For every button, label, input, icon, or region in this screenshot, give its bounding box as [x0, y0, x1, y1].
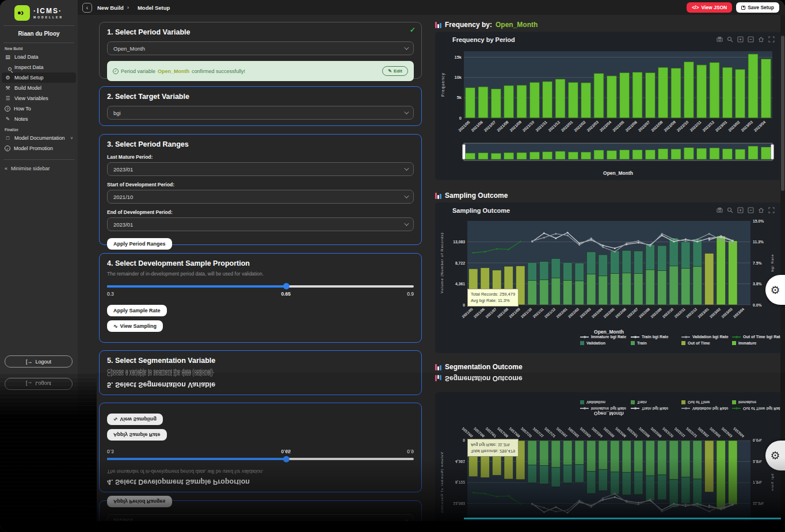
sample-proportion-slider[interactable]	[107, 284, 414, 289]
step5-subtitle: Choose a variable to segment the data (o…	[107, 368, 414, 373]
icms-logo-icon: ›	[14, 5, 30, 21]
back-button[interactable]: ‹	[82, 3, 92, 13]
zoom-icon[interactable]	[727, 207, 733, 213]
svg-text:2022/10: 2022/10	[676, 120, 689, 132]
svg-text:2021/06: 2021/06	[473, 307, 486, 319]
legend-immature-rate[interactable]: Immature bgi Rate	[580, 335, 631, 339]
home-icon[interactable]	[758, 36, 764, 43]
sampling-plot[interactable]: 04,3618,72213,0830.0%3.8%7.5%11.3%15.0%2…	[439, 217, 777, 338]
zoom-in-icon[interactable]	[737, 36, 744, 43]
dev-start-select[interactable]: 2021/10	[107, 190, 414, 204]
edit-button[interactable]: ✎ Edit	[382, 66, 408, 76]
view-sampling-button[interactable]: ∿ View Sampling	[107, 320, 163, 332]
svg-text:2022/09: 2022/09	[650, 307, 662, 319]
apply-period-ranges-button[interactable]: Apply Period Ranges	[107, 238, 172, 250]
reset-axes-icon[interactable]	[768, 207, 775, 213]
target-variable-select[interactable]: bgi	[107, 106, 414, 120]
svg-text:2021/08: 2021/08	[496, 120, 509, 132]
zoom-icon[interactable]	[727, 36, 733, 43]
svg-text:2022/06: 2022/06	[624, 120, 638, 132]
camera-icon[interactable]	[717, 207, 723, 213]
logout-button[interactable]: [→ Logout	[5, 355, 73, 368]
svg-text:2022/02: 2022/02	[573, 120, 586, 132]
sidebar-item-inspect-data[interactable]: Inspect Data	[0, 62, 78, 72]
reset-axes-icon[interactable]	[768, 36, 775, 43]
svg-text:2021/09: 2021/09	[508, 307, 521, 319]
sidebar-item-view-variables[interactable]: ☰ View Variables	[0, 93, 78, 104]
sidebar: › ·ICMS· MODELLER Riaan du Plooy New Bui…	[0, 0, 78, 373]
svg-text:2023/04: 2023/04	[733, 307, 745, 319]
legend-train[interactable]: Train	[631, 341, 681, 345]
camera-icon[interactable]	[717, 36, 723, 43]
dev-start-label: Start of Development Period:	[107, 182, 414, 187]
home-icon[interactable]	[758, 207, 764, 213]
save-setup-button[interactable]: Save Setup	[736, 2, 779, 13]
svg-text:2022/05: 2022/05	[612, 120, 625, 132]
breadcrumb-model-setup[interactable]: Model Setup	[138, 5, 170, 11]
minimise-sidebar-button[interactable]: « Minimise sidebar	[0, 160, 78, 177]
step4-title: 4. Select Development Sample Proportion	[107, 259, 414, 267]
step4-subtitle: The remainder of in-development period d…	[107, 271, 414, 277]
svg-text:2021/12: 2021/12	[544, 307, 557, 319]
chevron-down-icon	[404, 109, 409, 114]
svg-text:2022/03: 2022/03	[579, 307, 592, 319]
scrollbar-thumb[interactable]	[781, 36, 784, 191]
sidebar-item-how-to[interactable]: ? How To	[0, 104, 78, 114]
collapse-icon: «	[5, 166, 7, 171]
dev-end-label: End of Development Period:	[107, 209, 414, 215]
gear-icon: ⚙	[770, 284, 780, 297]
zoom-in-icon[interactable]	[737, 207, 744, 213]
sampling-chart-title: Sampling Outcome	[452, 207, 510, 214]
legend-immature[interactable]: Immature	[732, 341, 783, 345]
svg-text:2023/04: 2023/04	[753, 120, 767, 132]
last-mature-period-select[interactable]: 2023/01	[107, 162, 414, 176]
svg-text:2022/05: 2022/05	[603, 307, 615, 319]
svg-text:2022/07: 2022/07	[638, 120, 651, 132]
slider-thumb[interactable]	[283, 283, 289, 289]
svg-text:Open_Month: Open_Month	[594, 329, 624, 335]
svg-text:2023/03: 2023/03	[740, 120, 753, 132]
legend-train-rate[interactable]: Train bgi Rate	[631, 335, 681, 339]
chart-modebar	[717, 207, 775, 213]
svg-text:2022/12: 2022/12	[685, 307, 698, 319]
zoom-out-icon[interactable]	[748, 36, 754, 43]
bar-chart-icon	[435, 193, 441, 199]
zoom-out-icon[interactable]	[748, 207, 754, 213]
logout-icon: [→	[26, 359, 33, 365]
svg-text:2022/08: 2022/08	[638, 307, 651, 319]
period-variable-select[interactable]: Open_Month	[107, 41, 414, 55]
svg-text:11.3%: 11.3%	[753, 240, 764, 244]
sidebar-item-notes[interactable]: ✎ Notes	[0, 114, 78, 124]
apply-sample-rate-button[interactable]: Apply Sample Rate	[107, 305, 167, 316]
sidebar-item-model-setup[interactable]: ⚙ Model Setup	[2, 72, 76, 83]
view-json-button[interactable]: </> View JSON	[687, 2, 732, 13]
sidebar-item-model-documentation[interactable]: □ Model Documentation ∨	[0, 133, 78, 143]
svg-text:2022/11: 2022/11	[673, 307, 686, 319]
sidebar-item-build-model[interactable]: ⚒ Build Model	[0, 83, 78, 93]
step5-card: 5. Select Segmentation Variable Choose a…	[99, 350, 422, 373]
brand-subtitle: MODELLER	[33, 16, 63, 19]
svg-text:4,361: 4,361	[455, 282, 465, 286]
slider-value-label: 0.65	[281, 291, 291, 297]
last-mature-period-label: Last Mature Period:	[107, 154, 414, 160]
legend-oot[interactable]: Out of Time	[681, 341, 732, 345]
legend-validation-rate[interactable]: Validation bgi Rate	[681, 335, 732, 339]
bar-chart-icon	[435, 22, 441, 28]
svg-text:2022/11: 2022/11	[689, 120, 702, 132]
svg-text:2022/01: 2022/01	[555, 307, 568, 319]
sidebar-item-model-promotion[interactable]: ✓ Model Promotion	[0, 143, 78, 154]
frequency-plot[interactable]: 05k10k15k2021/052021/062021/072021/08202…	[439, 47, 777, 180]
svg-text:2021/10: 2021/10	[520, 307, 533, 319]
legend-validation[interactable]: Validation	[580, 341, 631, 345]
svg-text:Volume (Number of Records): Volume (Number of Records)	[440, 232, 444, 293]
sidebar-item-load-data[interactable]: ▤ Load Data	[0, 52, 78, 62]
svg-text:2021/05: 2021/05	[458, 120, 471, 132]
breadcrumb-new-build[interactable]: New Build	[97, 5, 124, 11]
svg-text:2022/02: 2022/02	[567, 307, 580, 319]
legend-oot-rate[interactable]: Out of Time bgi Rate	[732, 335, 783, 339]
breadcrumb-separator: ›	[127, 5, 129, 10]
svg-text:2022/12: 2022/12	[702, 120, 715, 132]
user-name: Riaan du Plooy	[0, 26, 78, 43]
dev-end-select[interactable]: 2023/01	[107, 217, 414, 231]
help-icon: ?	[5, 106, 10, 112]
